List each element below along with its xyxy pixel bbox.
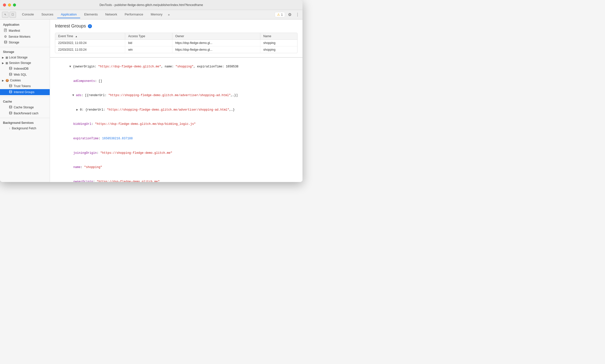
table-row[interactable]: 22/03/2022, 11:03:24 win https://dsp-fle… — [55, 46, 297, 53]
detail-line-3: ▶ 0: {renderUrl: "https://shopping-fledg… — [54, 103, 302, 117]
cell-access-type-1: bid — [125, 40, 172, 46]
toggle-0[interactable]: ▼ — [69, 65, 73, 68]
detail-line-6: joiningOrigin: "https://shopping-fledge-… — [54, 146, 302, 160]
cell-access-type-2: win — [125, 46, 172, 53]
minimize-button[interactable] — [8, 3, 11, 6]
table-row[interactable]: 22/03/2022, 11:03:24 bid https://dsp-fle… — [55, 40, 297, 46]
trust-tokens-label: Trust Tokens — [14, 84, 31, 88]
interest-groups-table: Event Time ▲ Access Type Owner Name — [55, 33, 298, 53]
main-layout: Application Manifest ⚙ Service Workers — [0, 19, 302, 182]
col-event-time[interactable]: Event Time ▲ — [55, 33, 125, 40]
close-button[interactable] — [3, 3, 6, 6]
detail-line-4: biddingUrl: "https://dsp-fledge-demo.gli… — [54, 117, 302, 132]
sidebar-section-application: Application — [0, 21, 50, 27]
session-storage-label: Session Storage — [9, 61, 31, 65]
ig-title: Interest Groups i — [55, 23, 298, 29]
sort-arrow-icon: ▲ — [75, 35, 77, 38]
indexeddb-icon — [9, 67, 12, 71]
cache-storage-icon — [9, 105, 12, 109]
cell-owner-2: https://dsp-fledge-demo.gl... — [172, 46, 260, 53]
web-sql-label: Web SQL — [14, 73, 27, 76]
svg-point-7 — [9, 84, 12, 85]
svg-point-9 — [9, 106, 12, 107]
sidebar-item-local-storage[interactable]: ▶ ▦ Local Storage — [0, 55, 50, 60]
manifest-label: Manifest — [9, 29, 20, 32]
info-icon[interactable]: i — [88, 24, 92, 28]
session-storage-icon: ▦ — [5, 61, 8, 65]
tab-application[interactable]: Application — [57, 11, 80, 18]
tab-memory[interactable]: Memory — [147, 11, 166, 18]
traffic-lights — [3, 3, 16, 6]
sidebar-item-cookies[interactable]: ▶ 🍪 Cookies — [0, 78, 50, 83]
svg-point-4 — [4, 41, 7, 42]
svg-point-6 — [9, 73, 12, 74]
web-sql-icon — [9, 73, 12, 77]
sidebar-item-storage-app[interactable]: Storage — [0, 39, 50, 45]
warning-icon: ⚠ — [277, 13, 280, 16]
tab-elements[interactable]: Elements — [81, 11, 101, 18]
sidebar-item-interest-groups[interactable]: Interest Groups — [0, 89, 50, 95]
svg-point-8 — [9, 90, 12, 91]
sidebar-item-session-storage[interactable]: ▶ ▦ Session Storage — [0, 60, 50, 66]
tab-network[interactable]: Network — [102, 11, 121, 18]
cell-name-2: shopping — [260, 46, 297, 53]
col-access-type: Access Type — [125, 33, 172, 40]
sidebar-item-cache-storage[interactable]: Cache Storage — [0, 104, 50, 110]
sidebar: Application Manifest ⚙ Service Workers — [0, 19, 50, 182]
more-options-icon[interactable]: ⋮ — [295, 12, 301, 17]
storage-app-label: Storage — [9, 41, 19, 44]
maximize-button[interactable] — [13, 3, 16, 6]
sidebar-item-service-workers[interactable]: ⚙ Service Workers — [0, 34, 50, 39]
sidebar-section-storage: Storage — [0, 49, 50, 55]
divider-2 — [0, 97, 50, 97]
sidebar-item-background-fetch[interactable]: ↑ Background Fetch — [0, 126, 50, 131]
tab-bar: ↖ ☐ Console Sources Application Elements… — [0, 10, 302, 19]
toggle-3[interactable]: ▶ — [76, 108, 80, 112]
device-icon[interactable]: ☐ — [9, 12, 16, 18]
content-area: Interest Groups i Event Time ▲ Access Ty… — [50, 19, 302, 182]
detail-line-5: expirationTime: 1650538216.837188 — [54, 132, 302, 146]
interest-groups-label: Interest Groups — [14, 90, 34, 94]
indexeddb-label: IndexedDB — [14, 67, 28, 70]
tab-sources[interactable]: Sources — [38, 11, 57, 18]
settings-icon[interactable]: ⚙ — [287, 12, 293, 17]
cell-event-time-1: 22/03/2022, 11:03:24 — [55, 40, 125, 46]
ig-title-text: Interest Groups — [55, 23, 86, 29]
tab-performance[interactable]: Performance — [121, 11, 147, 18]
toggle-2[interactable]: ▼ — [72, 94, 76, 97]
col-name: Name — [260, 33, 297, 40]
detail-panel[interactable]: ▼ {ownerOrigin: "https://dsp-fledge-demo… — [50, 57, 302, 182]
sidebar-item-trust-tokens[interactable]: Trust Tokens — [0, 83, 50, 89]
cell-name-1: shopping — [260, 40, 297, 46]
svg-point-10 — [9, 112, 12, 113]
svg-point-5 — [9, 67, 12, 68]
col-event-time-label: Event Time — [58, 34, 73, 38]
col-name-label: Name — [263, 34, 271, 38]
manifest-icon — [4, 28, 7, 33]
trust-tokens-icon — [9, 84, 12, 88]
cell-owner-1: https://dsp-fledge-demo.gl... — [172, 40, 260, 46]
back-forward-icon — [9, 111, 12, 115]
tab-console[interactable]: Console — [18, 11, 37, 18]
warning-badge[interactable]: ⚠ 1 — [275, 12, 285, 17]
cursor-icon[interactable]: ↖ — [2, 12, 8, 18]
cookies-arrow: ▶ — [2, 79, 4, 82]
cookies-icon: 🍪 — [5, 79, 9, 82]
title-bar: DevTools - publisher-fledge-demo.glitch.… — [0, 0, 302, 10]
sidebar-item-back-forward[interactable]: Back/forward cach — [0, 110, 50, 116]
background-fetch-icon: ↑ — [9, 127, 10, 130]
storage-app-icon — [4, 40, 7, 44]
window-title: DevTools - publisher-fledge-demo.glitch.… — [99, 3, 203, 7]
tab-more-button[interactable]: » — [166, 12, 171, 17]
sidebar-item-indexeddb[interactable]: IndexedDB — [0, 66, 50, 72]
local-storage-icon: ▦ — [5, 56, 8, 59]
sidebar-item-manifest[interactable]: Manifest — [0, 27, 50, 34]
service-workers-icon: ⚙ — [4, 35, 7, 38]
col-owner-label: Owner — [175, 34, 184, 38]
sidebar-item-web-sql[interactable]: Web SQL — [0, 72, 50, 78]
interest-groups-section: Interest Groups i Event Time ▲ Access Ty… — [50, 19, 302, 57]
col-access-type-label: Access Type — [128, 34, 145, 38]
cell-event-time-2: 22/03/2022, 11:03:24 — [55, 46, 125, 53]
detail-line-1: adComponents: [] — [54, 74, 302, 89]
sidebar-section-bg-services: Background Services — [0, 120, 50, 126]
